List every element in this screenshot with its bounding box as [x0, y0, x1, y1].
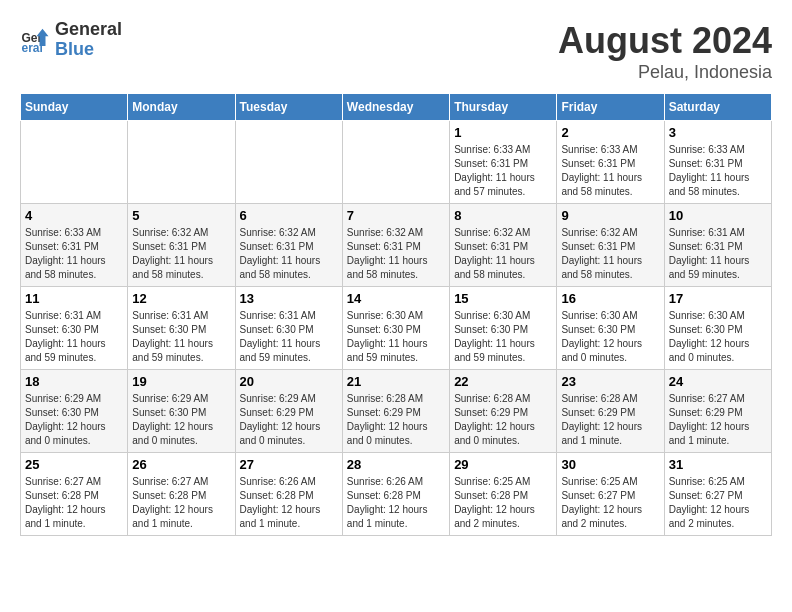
calendar-week-5: 25Sunrise: 6:27 AM Sunset: 6:28 PM Dayli…: [21, 453, 772, 536]
calendar-cell: 21Sunrise: 6:28 AM Sunset: 6:29 PM Dayli…: [342, 370, 449, 453]
day-info: Sunrise: 6:29 AM Sunset: 6:30 PM Dayligh…: [132, 392, 230, 448]
day-info: Sunrise: 6:31 AM Sunset: 6:30 PM Dayligh…: [25, 309, 123, 365]
day-number: 21: [347, 374, 445, 389]
calendar-cell: [128, 121, 235, 204]
calendar-header: SundayMondayTuesdayWednesdayThursdayFrid…: [21, 94, 772, 121]
day-number: 28: [347, 457, 445, 472]
calendar-cell: 19Sunrise: 6:29 AM Sunset: 6:30 PM Dayli…: [128, 370, 235, 453]
page-subtitle: Pelau, Indonesia: [558, 62, 772, 83]
weekday-header-wednesday: Wednesday: [342, 94, 449, 121]
day-info: Sunrise: 6:31 AM Sunset: 6:31 PM Dayligh…: [669, 226, 767, 282]
day-number: 9: [561, 208, 659, 223]
day-number: 1: [454, 125, 552, 140]
day-info: Sunrise: 6:30 AM Sunset: 6:30 PM Dayligh…: [561, 309, 659, 365]
day-info: Sunrise: 6:32 AM Sunset: 6:31 PM Dayligh…: [132, 226, 230, 282]
calendar-cell: 2Sunrise: 6:33 AM Sunset: 6:31 PM Daylig…: [557, 121, 664, 204]
calendar-cell: 7Sunrise: 6:32 AM Sunset: 6:31 PM Daylig…: [342, 204, 449, 287]
day-info: Sunrise: 6:25 AM Sunset: 6:28 PM Dayligh…: [454, 475, 552, 531]
day-number: 18: [25, 374, 123, 389]
weekday-header-saturday: Saturday: [664, 94, 771, 121]
day-info: Sunrise: 6:25 AM Sunset: 6:27 PM Dayligh…: [669, 475, 767, 531]
day-number: 8: [454, 208, 552, 223]
weekday-header-thursday: Thursday: [450, 94, 557, 121]
day-number: 5: [132, 208, 230, 223]
day-number: 3: [669, 125, 767, 140]
day-number: 2: [561, 125, 659, 140]
weekday-header-monday: Monday: [128, 94, 235, 121]
day-info: Sunrise: 6:29 AM Sunset: 6:29 PM Dayligh…: [240, 392, 338, 448]
calendar-cell: 18Sunrise: 6:29 AM Sunset: 6:30 PM Dayli…: [21, 370, 128, 453]
calendar-cell: 24Sunrise: 6:27 AM Sunset: 6:29 PM Dayli…: [664, 370, 771, 453]
day-number: 20: [240, 374, 338, 389]
calendar-cell: 31Sunrise: 6:25 AM Sunset: 6:27 PM Dayli…: [664, 453, 771, 536]
day-number: 19: [132, 374, 230, 389]
day-number: 30: [561, 457, 659, 472]
calendar-cell: 15Sunrise: 6:30 AM Sunset: 6:30 PM Dayli…: [450, 287, 557, 370]
day-number: 27: [240, 457, 338, 472]
logo-text: General Blue: [55, 20, 122, 60]
calendar-week-2: 4Sunrise: 6:33 AM Sunset: 6:31 PM Daylig…: [21, 204, 772, 287]
day-info: Sunrise: 6:32 AM Sunset: 6:31 PM Dayligh…: [561, 226, 659, 282]
day-info: Sunrise: 6:31 AM Sunset: 6:30 PM Dayligh…: [132, 309, 230, 365]
calendar-cell: 20Sunrise: 6:29 AM Sunset: 6:29 PM Dayli…: [235, 370, 342, 453]
weekday-header-sunday: Sunday: [21, 94, 128, 121]
page-header: Gen eral General Blue August 2024 Pelau,…: [20, 20, 772, 83]
day-number: 14: [347, 291, 445, 306]
day-info: Sunrise: 6:30 AM Sunset: 6:30 PM Dayligh…: [347, 309, 445, 365]
calendar-cell: 28Sunrise: 6:26 AM Sunset: 6:28 PM Dayli…: [342, 453, 449, 536]
day-info: Sunrise: 6:32 AM Sunset: 6:31 PM Dayligh…: [454, 226, 552, 282]
calendar-cell: 22Sunrise: 6:28 AM Sunset: 6:29 PM Dayli…: [450, 370, 557, 453]
day-info: Sunrise: 6:28 AM Sunset: 6:29 PM Dayligh…: [454, 392, 552, 448]
day-info: Sunrise: 6:33 AM Sunset: 6:31 PM Dayligh…: [454, 143, 552, 199]
calendar-cell: 5Sunrise: 6:32 AM Sunset: 6:31 PM Daylig…: [128, 204, 235, 287]
day-number: 17: [669, 291, 767, 306]
calendar-cell: 4Sunrise: 6:33 AM Sunset: 6:31 PM Daylig…: [21, 204, 128, 287]
weekday-header-friday: Friday: [557, 94, 664, 121]
day-info: Sunrise: 6:25 AM Sunset: 6:27 PM Dayligh…: [561, 475, 659, 531]
calendar-cell: 29Sunrise: 6:25 AM Sunset: 6:28 PM Dayli…: [450, 453, 557, 536]
calendar-week-3: 11Sunrise: 6:31 AM Sunset: 6:30 PM Dayli…: [21, 287, 772, 370]
weekday-row: SundayMondayTuesdayWednesdayThursdayFrid…: [21, 94, 772, 121]
calendar-cell: 3Sunrise: 6:33 AM Sunset: 6:31 PM Daylig…: [664, 121, 771, 204]
day-info: Sunrise: 6:29 AM Sunset: 6:30 PM Dayligh…: [25, 392, 123, 448]
day-number: 16: [561, 291, 659, 306]
logo: Gen eral General Blue: [20, 20, 122, 60]
calendar-cell: 17Sunrise: 6:30 AM Sunset: 6:30 PM Dayli…: [664, 287, 771, 370]
calendar-week-1: 1Sunrise: 6:33 AM Sunset: 6:31 PM Daylig…: [21, 121, 772, 204]
day-info: Sunrise: 6:33 AM Sunset: 6:31 PM Dayligh…: [25, 226, 123, 282]
day-number: 7: [347, 208, 445, 223]
calendar-cell: 25Sunrise: 6:27 AM Sunset: 6:28 PM Dayli…: [21, 453, 128, 536]
day-info: Sunrise: 6:32 AM Sunset: 6:31 PM Dayligh…: [240, 226, 338, 282]
calendar-cell: 11Sunrise: 6:31 AM Sunset: 6:30 PM Dayli…: [21, 287, 128, 370]
calendar-cell: 9Sunrise: 6:32 AM Sunset: 6:31 PM Daylig…: [557, 204, 664, 287]
day-number: 12: [132, 291, 230, 306]
calendar-cell: 23Sunrise: 6:28 AM Sunset: 6:29 PM Dayli…: [557, 370, 664, 453]
calendar-cell: 6Sunrise: 6:32 AM Sunset: 6:31 PM Daylig…: [235, 204, 342, 287]
calendar-cell: 13Sunrise: 6:31 AM Sunset: 6:30 PM Dayli…: [235, 287, 342, 370]
day-info: Sunrise: 6:33 AM Sunset: 6:31 PM Dayligh…: [561, 143, 659, 199]
calendar-cell: [21, 121, 128, 204]
calendar-table: SundayMondayTuesdayWednesdayThursdayFrid…: [20, 93, 772, 536]
day-info: Sunrise: 6:30 AM Sunset: 6:30 PM Dayligh…: [454, 309, 552, 365]
calendar-cell: 16Sunrise: 6:30 AM Sunset: 6:30 PM Dayli…: [557, 287, 664, 370]
day-info: Sunrise: 6:28 AM Sunset: 6:29 PM Dayligh…: [347, 392, 445, 448]
calendar-cell: [342, 121, 449, 204]
day-info: Sunrise: 6:27 AM Sunset: 6:28 PM Dayligh…: [25, 475, 123, 531]
weekday-header-tuesday: Tuesday: [235, 94, 342, 121]
day-info: Sunrise: 6:32 AM Sunset: 6:31 PM Dayligh…: [347, 226, 445, 282]
page-title: August 2024: [558, 20, 772, 62]
day-number: 15: [454, 291, 552, 306]
day-number: 24: [669, 374, 767, 389]
day-number: 29: [454, 457, 552, 472]
title-section: August 2024 Pelau, Indonesia: [558, 20, 772, 83]
calendar-cell: 1Sunrise: 6:33 AM Sunset: 6:31 PM Daylig…: [450, 121, 557, 204]
day-info: Sunrise: 6:27 AM Sunset: 6:28 PM Dayligh…: [132, 475, 230, 531]
calendar-cell: [235, 121, 342, 204]
day-number: 6: [240, 208, 338, 223]
day-info: Sunrise: 6:30 AM Sunset: 6:30 PM Dayligh…: [669, 309, 767, 365]
logo-line1: General: [55, 20, 122, 40]
day-info: Sunrise: 6:26 AM Sunset: 6:28 PM Dayligh…: [347, 475, 445, 531]
day-number: 10: [669, 208, 767, 223]
day-number: 13: [240, 291, 338, 306]
calendar-week-4: 18Sunrise: 6:29 AM Sunset: 6:30 PM Dayli…: [21, 370, 772, 453]
